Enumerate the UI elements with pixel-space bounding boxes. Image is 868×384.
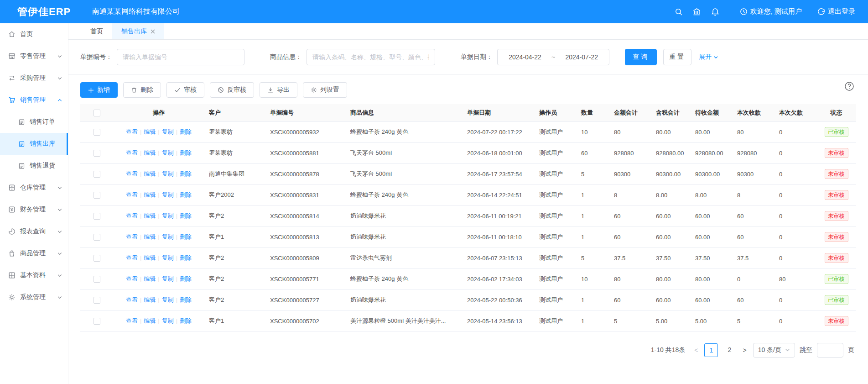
status-badge: 未审核 — [825, 232, 848, 242]
copy-link[interactable]: 复制 — [162, 296, 174, 303]
delete-link[interactable]: 删除 — [180, 212, 192, 219]
view-link[interactable]: 查看 — [126, 212, 138, 219]
delete-link[interactable]: 删除 — [180, 233, 192, 240]
column-settings-button[interactable]: 列设置 — [303, 82, 347, 98]
page-1-button[interactable]: 1 — [704, 343, 718, 357]
view-link[interactable]: 查看 — [126, 254, 138, 261]
delete-link[interactable]: 删除 — [180, 296, 192, 303]
page-size-select[interactable]: 10 条/页 — [753, 343, 795, 358]
copy-link[interactable]: 复制 — [162, 233, 174, 240]
copy-link[interactable]: 复制 — [162, 128, 174, 135]
view-link[interactable]: 查看 — [126, 149, 138, 156]
view-link[interactable]: 查看 — [126, 317, 138, 324]
edit-link[interactable]: 编辑 — [144, 275, 156, 282]
edit-link[interactable]: 编辑 — [144, 317, 156, 324]
export-button[interactable]: 导出 — [260, 82, 297, 98]
row-checkbox[interactable] — [94, 213, 100, 220]
sidebar-item-retail[interactable]: 零售管理 — [0, 45, 68, 67]
expand-link[interactable]: 展开 — [699, 53, 718, 61]
copy-link[interactable]: 复制 — [162, 149, 174, 156]
page-2-button[interactable]: 2 — [722, 343, 736, 357]
copy-link[interactable]: 复制 — [162, 191, 174, 198]
sidebar-item-purchase[interactable]: 采购管理 — [0, 67, 68, 89]
view-link[interactable]: 查看 — [126, 128, 138, 135]
sidebar-item-sales[interactable]: 销售管理 — [0, 89, 68, 111]
view-link[interactable]: 查看 — [126, 191, 138, 198]
edit-link[interactable]: 编辑 — [144, 170, 156, 177]
sidebar-item-sales-returns[interactable]: 销售退货 — [0, 155, 68, 177]
sidebar-item-basic-data[interactable]: 基本资料 — [0, 264, 68, 286]
edit-link[interactable]: 编辑 — [144, 191, 156, 198]
copy-link[interactable]: 复制 — [162, 275, 174, 282]
sidebar-item-system[interactable]: 系统管理 — [0, 286, 68, 308]
audit-button[interactable]: 审核 — [166, 82, 204, 98]
row-checkbox[interactable] — [94, 297, 100, 304]
reset-button[interactable]: 重置 — [663, 49, 691, 65]
sidebar-item-finance[interactable]: 财务管理 — [0, 199, 68, 221]
date-range-picker[interactable]: ~ — [497, 49, 609, 65]
delete-button[interactable]: 删除 — [123, 82, 161, 98]
welcome-user[interactable]: 欢迎您, 测试用户 — [740, 7, 802, 16]
home-bank-icon[interactable] — [688, 8, 706, 16]
row-checkbox[interactable] — [94, 255, 100, 262]
delete-link[interactable]: 删除 — [180, 149, 192, 156]
sales-outbound-table: 操作 客户 单据编号 商品信息 单据日期 操作员 数量 金额合计 含税合计 待收… — [68, 104, 868, 332]
search-icon[interactable] — [670, 8, 688, 16]
date-end-input[interactable] — [557, 53, 606, 61]
jump-page-input[interactable] — [817, 343, 843, 358]
row-checkbox[interactable] — [94, 192, 100, 199]
logout-button[interactable]: 退出登录 — [817, 7, 855, 16]
edit-link[interactable]: 编辑 — [144, 296, 156, 303]
help-icon[interactable] — [844, 81, 854, 93]
sidebar-item-sales-orders[interactable]: 销售订单 — [0, 111, 68, 133]
edit-link[interactable]: 编辑 — [144, 149, 156, 156]
row-checkbox[interactable] — [94, 318, 100, 325]
tab-sales-outbound[interactable]: 销售出库 — [112, 23, 164, 39]
sidebar-item-home[interactable]: 首页 — [0, 23, 68, 45]
check-icon — [174, 87, 181, 93]
table-row: 查看|编辑|复制|删除 南通中集集团 XSCK0000005878 飞天茅台 5… — [80, 163, 856, 184]
exchange-icon — [8, 74, 16, 82]
unaudit-button[interactable]: 反审核 — [210, 82, 254, 98]
date-cell: 2024-06-07 23:15:13 — [463, 247, 535, 268]
delete-link[interactable]: 删除 — [180, 128, 192, 135]
view-link[interactable]: 查看 — [126, 233, 138, 240]
product-info-input[interactable] — [307, 49, 435, 65]
copy-link[interactable]: 复制 — [162, 212, 174, 219]
date-start-input[interactable] — [500, 53, 550, 61]
row-checkbox[interactable] — [94, 171, 100, 178]
notifications-bell-icon[interactable] — [706, 8, 724, 16]
sidebar-item-sales-outbound[interactable]: 销售出库 — [0, 133, 68, 155]
view-link[interactable]: 查看 — [126, 170, 138, 177]
delete-link[interactable]: 删除 — [180, 170, 192, 177]
next-page-arrow[interactable]: > — [741, 347, 748, 354]
tab-home[interactable]: 首页 — [81, 23, 112, 39]
sidebar-item-reports[interactable]: 报表查询 — [0, 221, 68, 242]
sidebar-item-products[interactable]: 商品管理 — [0, 242, 68, 264]
add-button[interactable]: 新增 — [80, 82, 118, 98]
query-button[interactable]: 查询 — [625, 49, 657, 65]
bill-no-input[interactable] — [117, 49, 244, 65]
row-checkbox[interactable] — [94, 150, 100, 157]
delete-link[interactable]: 删除 — [180, 317, 192, 324]
date-cell: 2024-06-11 00:18:10 — [463, 226, 535, 247]
delete-link[interactable]: 删除 — [180, 254, 192, 261]
row-checkbox[interactable] — [94, 234, 100, 241]
delete-link[interactable]: 删除 — [180, 275, 192, 282]
copy-link[interactable]: 复制 — [162, 170, 174, 177]
row-checkbox[interactable] — [94, 129, 100, 136]
edit-link[interactable]: 编辑 — [144, 233, 156, 240]
edit-link[interactable]: 编辑 — [144, 212, 156, 219]
sidebar-item-warehouse[interactable]: 仓库管理 — [0, 177, 68, 199]
row-checkbox[interactable] — [94, 276, 100, 283]
view-link[interactable]: 查看 — [126, 296, 138, 303]
delete-link[interactable]: 删除 — [180, 191, 192, 198]
select-all-checkbox[interactable] — [94, 110, 100, 116]
copy-link[interactable]: 复制 — [162, 317, 174, 324]
edit-link[interactable]: 编辑 — [144, 254, 156, 261]
copy-link[interactable]: 复制 — [162, 254, 174, 261]
prev-page-arrow[interactable]: < — [692, 347, 700, 354]
jump-suffix: 页 — [848, 346, 854, 354]
view-link[interactable]: 查看 — [126, 275, 138, 282]
edit-link[interactable]: 编辑 — [144, 128, 156, 135]
